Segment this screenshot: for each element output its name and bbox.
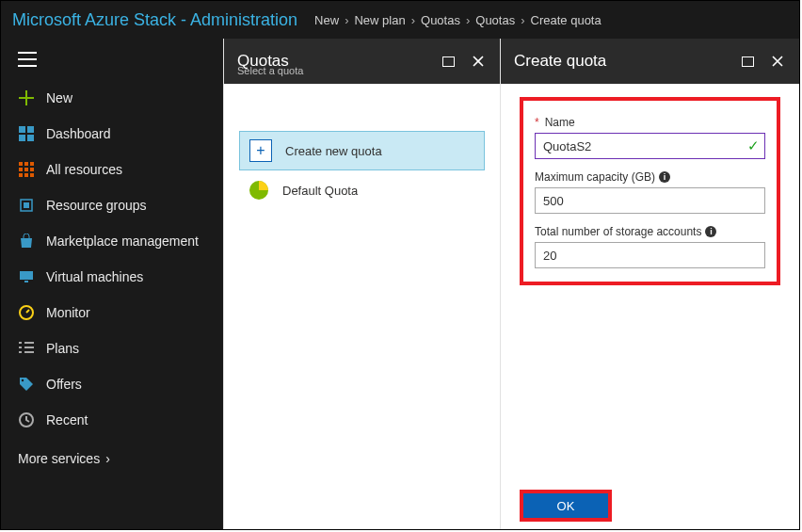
svg-rect-11 [24,173,28,177]
sidebar-item-label: Resource groups [46,198,147,213]
quota-option-label: Default Quota [282,184,358,198]
close-button[interactable] [769,53,786,70]
svg-rect-7 [19,168,23,171]
svg-rect-1 [27,126,34,133]
default-quota-option[interactable]: Default Quota [239,170,485,210]
chevron-right-icon: › [519,13,526,27]
breadcrumb[interactable]: Quotas [417,13,464,27]
gauge-icon [18,304,35,321]
info-icon[interactable]: i [659,171,670,183]
create-quota-blade: Create quota * Name ✓ [500,39,799,529]
bag-icon [18,233,35,250]
plus-icon: + [249,139,272,162]
sidebar-item-label: Recent [46,412,88,427]
sidebar-item-recent[interactable]: Recent [1,402,223,438]
sidebar-item-label: Plans [46,341,79,356]
sidebar-item-label: Marketplace management [46,234,199,249]
svg-rect-2 [19,135,25,141]
sidebar-item-label: Monitor [46,305,90,320]
svg-rect-0 [19,126,25,133]
quotas-blade: Quotas Select a quota + Create new quota… [223,39,500,529]
chevron-right-icon: › [464,13,472,27]
svg-rect-15 [20,271,33,280]
required-icon: * [535,116,539,129]
create-new-quota-option[interactable]: + Create new quota [239,131,485,170]
blade-subtitle: Select a quota [237,65,303,76]
capacity-label: Maximum capacity (GB) i [535,170,765,184]
blade-header: Quotas Select a quota [224,39,500,84]
breadcrumb[interactable]: Quotas [472,13,519,27]
sidebar-item-new[interactable]: New [1,80,223,116]
svg-rect-9 [30,168,34,171]
sidebar-item-vms[interactable]: Virtual machines [1,259,223,295]
ok-button[interactable]: OK [523,493,608,518]
brand-title: Microsoft Azure Stack - Administration [12,10,297,30]
svg-rect-22 [742,56,753,66]
name-input[interactable] [535,133,765,159]
grid-icon [18,161,35,178]
topbar: Microsoft Azure Stack - Administration N… [1,1,799,39]
svg-rect-10 [19,173,23,177]
svg-rect-5 [24,162,28,166]
sidebar-item-monitor[interactable]: Monitor [1,295,223,330]
pie-chart-icon [249,180,269,201]
chevron-right-icon: › [343,13,350,27]
chevron-right-icon: › [105,451,110,466]
svg-rect-14 [24,202,29,208]
sidebar-item-resource-groups[interactable]: Resource groups [1,187,223,223]
sidebar-item-label: New [46,90,72,105]
chevron-right-icon: › [409,13,417,27]
sidebar-item-dashboard[interactable]: Dashboard [1,116,223,152]
more-services-link[interactable]: More services › [1,442,223,476]
sidebar-item-label: Offers [46,377,82,392]
svg-rect-6 [30,162,34,166]
breadcrumb[interactable]: New plan [350,13,409,27]
breadcrumb[interactable]: New [311,13,343,27]
plus-icon [18,89,35,106]
sidebar-item-all-resources[interactable]: All resources [1,152,223,187]
close-button[interactable] [470,53,487,70]
svg-rect-8 [24,168,28,171]
accounts-label: Total number of storage accounts i [535,225,765,238]
menu-icon [18,52,37,67]
ok-highlight-box: OK [520,490,612,522]
check-icon: ✓ [747,137,760,154]
sidebar-item-offers[interactable]: Offers [1,366,223,402]
svg-rect-3 [27,135,34,141]
capacity-input[interactable] [535,187,765,214]
cube-icon [18,197,35,214]
info-icon[interactable]: i [705,226,716,237]
sidebar: New Dashboard All resources Resource gro… [1,39,223,529]
sidebar-item-label: All resources [46,162,122,177]
svg-rect-4 [19,162,23,166]
clock-icon [18,411,35,428]
sidebar-item-label: Virtual machines [46,269,143,284]
hamburger-button[interactable] [1,39,223,80]
svg-point-18 [22,379,24,381]
blade-header: Create quota [501,39,799,84]
svg-rect-12 [30,173,34,177]
form-highlight-box: * Name ✓ Maximum capacity (GB) i [520,97,780,285]
svg-rect-16 [24,281,28,282]
tag-icon [18,376,35,393]
breadcrumb[interactable]: Create quota [527,13,605,27]
sidebar-item-plans[interactable]: Plans [1,330,223,366]
dashboard-icon [18,125,35,142]
sidebar-item-label: Dashboard [46,126,111,141]
accounts-input[interactable] [535,242,765,268]
maximize-button[interactable] [739,53,756,70]
sidebar-item-marketplace[interactable]: Marketplace management [1,223,223,259]
quota-option-label: Create new quota [285,144,382,158]
monitor-screen-icon [18,268,35,285]
maximize-button[interactable] [440,53,457,70]
list-icon [18,340,35,357]
name-label: * Name [535,116,765,129]
svg-rect-20 [442,56,454,66]
more-services-label: More services [18,451,100,466]
blade-title: Create quota [514,52,606,71]
